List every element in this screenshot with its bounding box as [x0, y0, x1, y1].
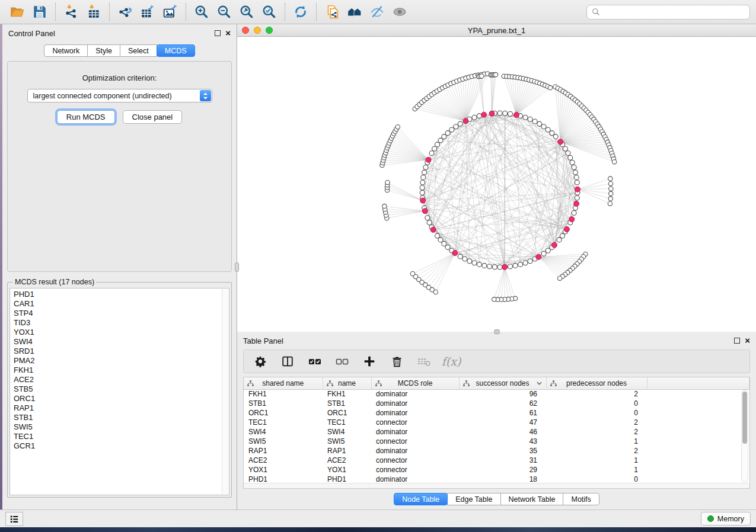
task-history-button[interactable]	[5, 512, 23, 526]
export-image-icon[interactable]	[159, 2, 181, 21]
mcds-result-item[interactable]: SWI4	[14, 337, 225, 347]
table-cell[interactable]: SWI4	[323, 427, 371, 437]
refresh-icon[interactable]	[289, 2, 312, 21]
zoom-selected-icon[interactable]	[258, 2, 280, 21]
column-header-name[interactable]: name	[323, 377, 371, 389]
table-cell[interactable]: 47	[459, 418, 546, 427]
table-cell[interactable]: YOX1	[244, 465, 323, 475]
table-row[interactable]: SWI5SWI5connector431	[244, 437, 749, 446]
table-cell[interactable]: 96	[459, 389, 546, 399]
mcds-result-item[interactable]: STB5	[14, 384, 225, 394]
mcds-result-item[interactable]: TEC1	[14, 432, 225, 441]
run-mcds-button[interactable]: Run MCDS	[57, 110, 115, 124]
column-header-MCDS-role[interactable]: MCDS role	[371, 377, 459, 389]
table-cell[interactable]: dominator	[371, 427, 459, 437]
tab-edge-table[interactable]: Edge Table	[447, 493, 500, 505]
network-canvas[interactable]	[237, 37, 756, 332]
add-column-icon[interactable]	[361, 353, 378, 370]
table-cell[interactable]: 62	[459, 399, 546, 408]
network-graph[interactable]	[237, 37, 756, 332]
table-cell[interactable]: 0	[546, 408, 647, 418]
mcds-result-item[interactable]: ACE2	[14, 375, 225, 384]
table-cell[interactable]: dominator	[371, 408, 459, 418]
table-cell[interactable]: 2	[546, 427, 647, 437]
close-mcds-panel-button[interactable]: Close panel	[123, 110, 183, 124]
close-table-panel-icon[interactable]: ×	[745, 338, 750, 344]
table-hscrollbar[interactable]	[244, 483, 749, 488]
export-table-icon[interactable]	[136, 2, 159, 21]
table-scrollbar-thumb[interactable]	[742, 392, 747, 444]
table-cell[interactable]: 43	[459, 437, 546, 446]
column-header-predecessor-nodes[interactable]: predecessor nodes	[546, 377, 647, 389]
export-network-icon[interactable]	[114, 2, 136, 21]
mcds-result-item[interactable]: STB1	[14, 413, 225, 422]
mcds-result-item[interactable]: ORC1	[14, 394, 225, 403]
table-cell[interactable]: dominator	[371, 389, 459, 399]
float-panel-icon[interactable]	[215, 30, 221, 36]
table-cell[interactable]: connector	[371, 456, 459, 465]
table-cell[interactable]: 29	[459, 465, 546, 475]
close-panel-icon[interactable]: ×	[225, 30, 231, 36]
table-cell[interactable]: 2	[546, 418, 647, 427]
show-columns-icon[interactable]	[279, 353, 296, 370]
mcds-result-item[interactable]: PMA2	[14, 356, 225, 366]
table-cell[interactable]: TEC1	[323, 418, 371, 427]
tab-motifs[interactable]: Motifs	[563, 493, 599, 505]
table-cell[interactable]: FKH1	[244, 389, 323, 399]
table-row[interactable]: YOX1YOX1connector291	[244, 465, 749, 475]
table-row[interactable]: SWI4SWI4dominator462	[244, 427, 749, 437]
import-network-icon[interactable]	[60, 2, 82, 21]
select-all-icon[interactable]	[307, 353, 323, 370]
network-window-titlebar[interactable]: YPA_prune.txt_1	[237, 24, 756, 37]
hide-selected-icon[interactable]	[366, 2, 388, 21]
save-icon[interactable]	[28, 2, 51, 21]
table-cell[interactable]: 1	[546, 456, 647, 465]
table-cell[interactable]: STB1	[323, 399, 371, 408]
table-cell[interactable]: connector	[371, 437, 459, 446]
table-row[interactable]: FKH1FKH1dominator962	[244, 389, 749, 399]
table-cell[interactable]: SWI4	[244, 427, 323, 437]
table-row[interactable]: ORC1ORC1dominator610	[244, 408, 749, 418]
table-cell[interactable]: 2	[546, 389, 647, 399]
search-input[interactable]	[604, 8, 745, 16]
import-table-icon[interactable]	[82, 2, 105, 21]
tab-style[interactable]: Style	[87, 44, 120, 57]
first-neighbors-icon[interactable]	[343, 2, 366, 21]
delete-column-icon[interactable]	[388, 353, 405, 370]
mcds-result-item[interactable]: YOX1	[14, 328, 225, 337]
mcds-result-item[interactable]: SRD1	[14, 347, 225, 356]
table-splitter-handle[interactable]	[494, 329, 499, 334]
tab-node-table[interactable]: Node Table	[394, 493, 448, 505]
table-cell[interactable]: 0	[546, 399, 647, 408]
table-cell[interactable]: ORC1	[244, 408, 323, 418]
tab-mcds[interactable]: MCDS	[157, 44, 195, 57]
tab-network[interactable]: Network	[44, 44, 88, 57]
delete-table-icon[interactable]	[416, 353, 432, 370]
show-all-icon[interactable]	[388, 2, 411, 21]
zoom-fit-icon[interactable]	[235, 2, 258, 21]
table-cell[interactable]: 31	[459, 456, 546, 465]
table-cell[interactable]: dominator	[371, 399, 459, 408]
table-cell[interactable]: 1	[546, 437, 647, 446]
table-scrollbar[interactable]	[741, 390, 748, 482]
clone-network-icon[interactable]	[321, 2, 343, 21]
optimization-criterion-select[interactable]: largest connected component (undirected)	[27, 89, 212, 102]
column-header-shared-name[interactable]: shared name	[244, 377, 323, 389]
table-cell[interactable]: ACE2	[244, 456, 323, 465]
table-row[interactable]: ACE2ACE2connector311	[244, 456, 749, 465]
panel-splitter-handle[interactable]	[235, 262, 239, 272]
table-cell[interactable]: connector	[371, 418, 459, 427]
table-cell[interactable]: SWI5	[323, 437, 371, 446]
table-cell[interactable]: RAP1	[244, 446, 323, 456]
tab-select[interactable]: Select	[120, 44, 157, 57]
tab-network-table[interactable]: Network Table	[500, 493, 564, 505]
table-cell[interactable]: connector	[371, 465, 459, 475]
column-header-successor-nodes[interactable]: successor nodes	[459, 377, 546, 389]
table-cell[interactable]: 61	[459, 408, 546, 418]
table-cell[interactable]: TEC1	[244, 418, 323, 427]
table-cell[interactable]: 35	[459, 446, 546, 456]
table-row[interactable]: RAP1RAP1dominator352	[244, 446, 749, 456]
mcds-result-item[interactable]: GCR1	[14, 441, 225, 451]
deselect-all-icon[interactable]	[334, 353, 350, 370]
table-row[interactable]: TEC1TEC1connector472	[244, 418, 749, 427]
